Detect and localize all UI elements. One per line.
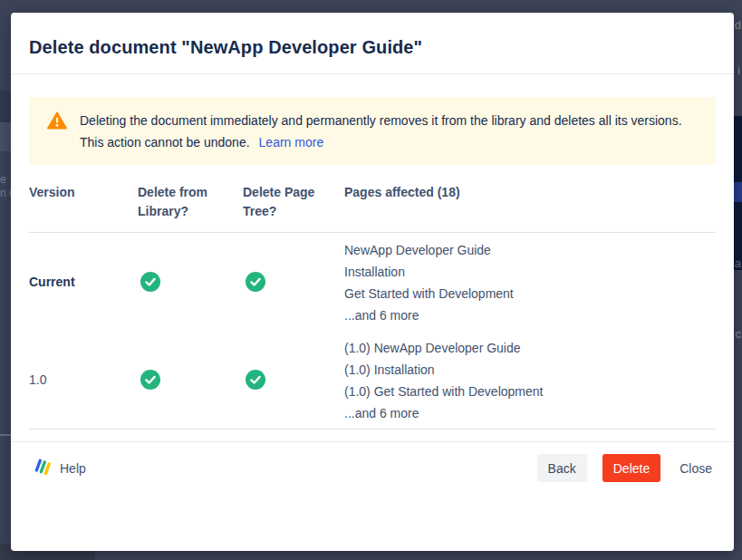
background-page-fragment (0, 122, 11, 151)
delete-from-library-cell (138, 272, 243, 292)
warning-message: Deleting the document immediately and pe… (80, 110, 689, 153)
warning-message-text: Deleting the document immediately and pe… (80, 113, 682, 150)
affected-page: NewApp Developer Guide (344, 239, 716, 261)
affected-page: (1.0) NewApp Developer Guide (344, 337, 716, 359)
affected-page: (1.0) Get Started with Development (344, 381, 716, 402)
affected-page: Get Started with Development (344, 283, 716, 304)
background-text-fragment: i (737, 63, 740, 77)
background-text-fragment: c (736, 327, 742, 341)
delete-from-library-cell (138, 370, 243, 390)
dialog-footer: Help Back Delete Close (11, 441, 734, 482)
dialog-body: Deleting the document immediately and pe… (11, 97, 734, 430)
check-circle-icon (246, 272, 265, 292)
column-header-version: Version (29, 183, 138, 221)
table-row: Current NewApp Developer Guide Installa (29, 233, 716, 331)
delete-button[interactable]: Delete (602, 454, 660, 482)
background-page-fragment (0, 434, 11, 436)
table-row: 1.0 (1.0) NewApp Developer Guide (1.0) (29, 331, 716, 430)
check-circle-icon (246, 370, 265, 390)
affected-page: Installation (344, 261, 716, 283)
close-button[interactable]: Close (676, 454, 716, 482)
pages-affected-cell: (1.0) NewApp Developer Guide (1.0) Insta… (344, 331, 716, 429)
background-text-fragment: d (735, 18, 741, 32)
background-text-fragment: e (0, 173, 6, 186)
show-more-pages-link[interactable]: ...and 6 more (344, 402, 419, 424)
dialog-title: Delete document "NewApp Developer Guide" (29, 37, 716, 58)
check-circle-icon (140, 370, 160, 390)
affected-page: (1.0) Installation (344, 359, 716, 381)
column-header-pages-affected: Pages affected (18) (344, 183, 716, 221)
warning-banner: Deleting the document immediately and pe… (29, 97, 716, 165)
learn-more-link[interactable]: Learn more (259, 135, 324, 150)
show-more-pages-link[interactable]: ...and 6 more (344, 304, 419, 326)
delete-document-dialog: Delete document "NewApp Developer Guide"… (11, 13, 734, 551)
column-header-delete-page-tree: Delete Page Tree? (243, 183, 344, 221)
warning-triangle-icon (47, 111, 67, 133)
help-label: Help (60, 461, 86, 476)
versions-table: Version Delete from Library? Delete Page… (29, 183, 716, 430)
help-logo-icon (34, 459, 52, 478)
table-header-row: Version Delete from Library? Delete Page… (29, 183, 716, 233)
column-header-delete-from-library: Delete from Library? (138, 183, 243, 221)
background-text-fragment: a (735, 256, 741, 270)
version-cell: 1.0 (29, 372, 138, 387)
pages-affected-cell: NewApp Developer Guide Installation Get … (344, 233, 716, 331)
back-button[interactable]: Back (537, 454, 587, 482)
help-button[interactable]: Help (29, 459, 86, 478)
delete-page-tree-cell (243, 370, 344, 390)
background-page-fragment (0, 91, 11, 122)
check-circle-icon (140, 272, 160, 292)
version-cell: Current (29, 275, 138, 289)
footer-buttons: Back Delete Close (537, 454, 716, 482)
dialog-header: Delete document "NewApp Developer Guide" (11, 13, 734, 74)
delete-page-tree-cell (243, 272, 344, 292)
